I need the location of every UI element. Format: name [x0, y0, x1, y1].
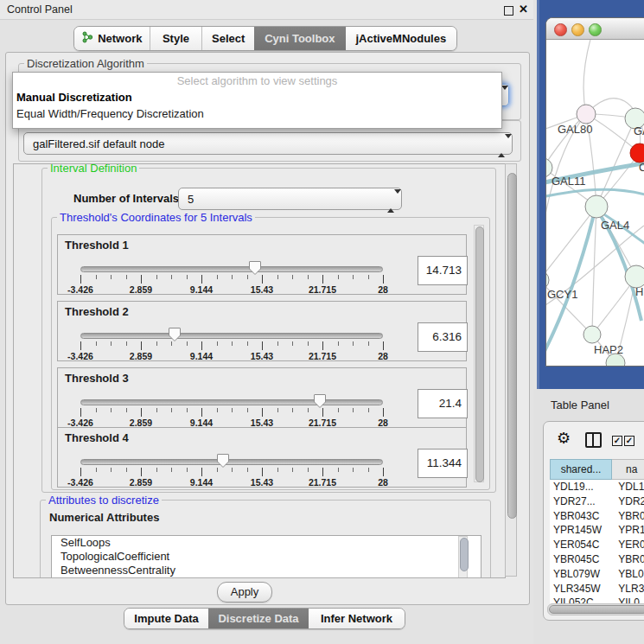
cell-name[interactable]: YER0 — [609, 538, 644, 552]
split-columns-icon[interactable] — [585, 432, 602, 448]
slider-tick — [126, 341, 127, 346]
slider-tick — [126, 468, 127, 472]
cell-name[interactable]: YDL1 — [609, 480, 644, 494]
slider-track[interactable] — [80, 266, 383, 272]
scrollbar-thumb[interactable] — [460, 538, 469, 571]
tab-select[interactable]: Select — [201, 27, 254, 50]
cell-name[interactable]: YPR1 — [609, 523, 644, 538]
close-icon[interactable]: ✕ — [519, 3, 528, 16]
table-data-combobox[interactable]: galFiltered.sif default node — [23, 132, 513, 155]
threshold-4-slider[interactable]: -3.4262.8599.14415.4321.71528 — [80, 456, 383, 485]
network-window-titlebar[interactable] — [546, 18, 644, 40]
node-attribute-table[interactable]: shared... na YDL19...YDL1YDR27...YDR2YBR… — [550, 459, 644, 604]
dropdown-option-equal-width-frequency[interactable]: Equal Width/Frequency Discretization — [13, 105, 501, 122]
scrollbar-thumb[interactable] — [507, 173, 517, 519]
slider-tick-label: 21.715 — [309, 477, 336, 488]
table-row[interactable]: YPR145WYPR1 — [550, 523, 644, 538]
cell-shared-name[interactable]: YPR145W — [550, 523, 609, 538]
slider-tick-label: -3.426 — [67, 477, 93, 488]
slider-tick — [96, 341, 97, 346]
table-row[interactable]: YBR045CYBR0 — [550, 552, 644, 567]
slider-track[interactable] — [80, 399, 383, 405]
column-header-shared[interactable]: shared... — [550, 459, 612, 480]
cell-name[interactable]: YBR0 — [609, 552, 644, 567]
thresholds-scrollbar[interactable] — [474, 225, 484, 482]
table-row[interactable]: YER054CYER0 — [550, 538, 644, 552]
cell-shared-name[interactable]: YBR045C — [550, 552, 609, 567]
threshold-4-value-field[interactable]: 11.344 — [418, 449, 468, 478]
float-window-icon[interactable] — [504, 6, 513, 16]
checkbox-checked-icon[interactable]: ✓ — [624, 436, 634, 446]
cell-name[interactable]: YLR3 — [609, 582, 644, 596]
tab-discretize-data[interactable]: Discretize Data — [208, 609, 309, 628]
checkbox-checked-icon[interactable]: ✓ — [612, 436, 622, 446]
tab-network[interactable]: Network — [74, 27, 150, 50]
column-header-name[interactable]: na — [612, 459, 644, 480]
threshold-4-label: Threshold 4 — [65, 431, 129, 444]
tab-impute-data[interactable]: Impute Data — [124, 609, 208, 628]
node-gal80[interactable] — [577, 105, 596, 124]
slider-track[interactable] — [80, 333, 383, 339]
cell-shared-name[interactable]: YER054C — [550, 538, 609, 552]
node-gcy1[interactable] — [546, 271, 549, 290]
scrollbar-thumb[interactable] — [475, 226, 484, 482]
attribute-list-item[interactable]: SelfLoops — [52, 536, 481, 550]
cell-shared-name[interactable]: YBR043C — [550, 509, 609, 524]
scrollbar-thumb[interactable] — [549, 605, 644, 614]
minimize-traffic-light-icon[interactable] — [571, 23, 584, 36]
cell-shared-name[interactable]: YDL19... — [550, 480, 609, 494]
slider-tick — [338, 341, 339, 346]
threshold-3-slider[interactable]: -3.4262.8599.14415.4321.71528 — [80, 396, 383, 425]
number-of-intervals-combobox[interactable]: 5 — [178, 188, 402, 210]
dropdown-prompt-item[interactable]: Select algorithm to view settings — [13, 73, 501, 89]
attributes-list-scrollbar[interactable] — [458, 536, 468, 578]
node-gal4[interactable] — [585, 195, 608, 218]
slider-tick — [171, 408, 172, 412]
table-row[interactable]: YLR345WYLR3 — [550, 582, 644, 596]
slider-tick-label: -3.426 — [67, 351, 93, 361]
cell-name[interactable]: YDR2 — [609, 494, 644, 509]
dropdown-option-manual-discretization[interactable]: Manual Discretization — [13, 89, 501, 105]
node-hap2[interactable] — [583, 326, 601, 343]
slider-track[interactable] — [80, 459, 383, 465]
tab-style[interactable]: Style — [150, 27, 202, 50]
slider-tick — [171, 468, 172, 472]
table-row[interactable]: YBL079WYBL0 — [550, 567, 644, 582]
slider-handle[interactable] — [248, 260, 262, 276]
table-row[interactable]: YBR043CYBR0 — [550, 509, 644, 524]
control-panel-tabbar: Network Style Select Cyni Toolbox jActiv… — [73, 26, 457, 51]
table-row[interactable]: YDR27...YDR2 — [550, 494, 644, 509]
cell-name[interactable]: YBL0 — [609, 567, 644, 582]
slider-tick — [262, 408, 263, 417]
settings-vertical-scrollbar[interactable] — [505, 163, 517, 577]
slider-tick — [353, 408, 354, 412]
attribute-list-item[interactable]: TopologicalCoefficient — [52, 550, 481, 564]
tab-cyni-toolbox[interactable]: Cyni Toolbox — [254, 27, 346, 50]
slider-handle[interactable] — [313, 393, 327, 409]
slider-tick-label: 21.715 — [309, 351, 336, 361]
table-horizontal-scrollbar[interactable] — [547, 603, 644, 615]
table-row[interactable]: YDL19...YDL1 — [550, 480, 644, 494]
close-traffic-light-icon[interactable] — [554, 23, 567, 36]
cyni-toolbox-panel: Discretization Algorithm Table Data galF… — [5, 52, 530, 605]
threshold-1-slider[interactable]: -3.4262.8599.14415.4321.71528 — [80, 263, 383, 292]
apply-button[interactable]: Apply — [217, 582, 272, 603]
slider-handle[interactable] — [216, 453, 230, 469]
threshold-2-slider[interactable]: -3.4262.8599.14415.4321.71528 — [80, 329, 383, 359]
slider-tick — [383, 341, 384, 350]
threshold-2-value-field[interactable]: 6.316 — [418, 322, 468, 352]
tab-jactivemnodules[interactable]: jActiveMNodules — [346, 27, 456, 50]
numerical-attributes-list[interactable]: SelfLoopsTopologicalCoefficientBetweenne… — [51, 535, 481, 578]
cell-shared-name[interactable]: YLR345W — [550, 582, 609, 596]
network-canvas[interactable]: GAL80 GA C GAL11 GAL4 GCY1 H HAP2 — [546, 40, 644, 366]
slider-handle[interactable] — [168, 327, 182, 342]
settings-gear-icon[interactable]: ⚙ — [557, 429, 571, 448]
tab-infer-network[interactable]: Infer Network — [309, 609, 405, 628]
threshold-3-value-field[interactable]: 21.4 — [418, 389, 468, 418]
cell-shared-name[interactable]: YBL079W — [550, 567, 609, 582]
cell-name[interactable]: YBR0 — [609, 509, 644, 524]
zoom-traffic-light-icon[interactable] — [589, 23, 602, 36]
cell-shared-name[interactable]: YDR27... — [550, 494, 609, 509]
threshold-1-value-field[interactable]: 14.713 — [418, 256, 468, 285]
attribute-list-item[interactable]: BetweennessCentrality — [52, 564, 481, 577]
